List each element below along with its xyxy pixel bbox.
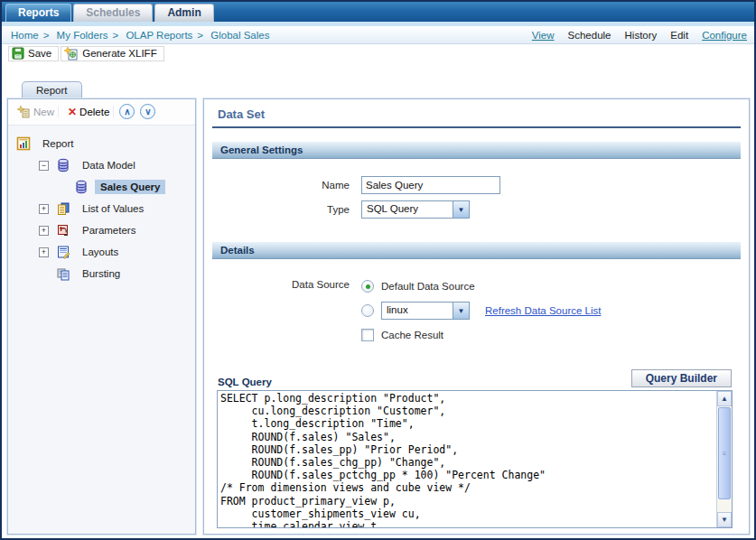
type-select[interactable]: SQL Query ▼ (361, 200, 470, 219)
thumb-grip-icon: ≡ (723, 450, 727, 458)
type-label: Type (212, 204, 350, 215)
tree-item-report[interactable]: Report (8, 133, 195, 154)
default-data-source-label: Default Data Source (381, 281, 475, 292)
tab-schedules[interactable]: Schedules (73, 4, 153, 22)
expand-expander-icon[interactable]: + (39, 204, 49, 214)
default-data-source-radio[interactable] (361, 280, 374, 293)
collapse-expander-icon[interactable]: − (39, 161, 49, 171)
tree-item-parameters[interactable]: + Parameters (8, 219, 195, 241)
breadcrumb-bar: Home> My Folders> OLAP Reports> Global S… (2, 26, 754, 44)
dropdown-arrow-icon: ▼ (453, 201, 469, 218)
cache-result-checkbox[interactable] (361, 329, 374, 341)
type-select-value: SQL Query (362, 201, 453, 218)
save-button[interactable]: Save (8, 46, 59, 61)
new-sparkle-icon (17, 106, 31, 118)
data-set-panel: Data Set General Settings Name Type SQL … (203, 98, 750, 535)
tree-item-bursting[interactable]: Bursting (8, 263, 195, 284)
sql-query-header-row: SQL Query Query Builder (213, 369, 740, 387)
layouts-icon (56, 245, 70, 259)
data-source-select-value: linux (382, 303, 453, 319)
breadcrumb: Home> My Folders> OLAP Reports> Global S… (11, 30, 269, 41)
database-icon (56, 158, 70, 172)
workspace: Report New ✕ Delete ∧ ∨ (2, 61, 754, 538)
tree-item-label: Report (37, 136, 79, 151)
sql-query-label: SQL Query (213, 377, 272, 387)
refresh-data-source-link[interactable]: Refresh Data Source List (485, 305, 601, 316)
breadcrumb-separator: > (112, 30, 118, 41)
scrollbar-thumb[interactable]: ≡ (718, 407, 731, 499)
tree-item-list-of-values[interactable]: + List of Values (8, 198, 195, 219)
report-tree: Report − Data Model (8, 126, 195, 284)
cache-result-label: Cache Result (381, 330, 443, 340)
panels: New ✕ Delete ∧ ∨ Report (2, 98, 754, 538)
sql-scrollbar[interactable]: ▲ ≡ ▼ (716, 391, 732, 527)
app-toolbar: Save Generate XLIFF (2, 44, 754, 61)
general-settings-header: General Settings (212, 141, 741, 159)
breadcrumb-separator: > (197, 30, 203, 41)
tab-admin[interactable]: Admin (154, 4, 213, 22)
data-set-title: Data Set (212, 106, 741, 128)
breadcrumb-my-folders[interactable]: My Folders (57, 30, 108, 41)
scrollbar-track[interactable]: ≡ (717, 406, 732, 512)
view-link[interactable]: View (532, 30, 555, 41)
bursting-icon (56, 266, 70, 281)
query-builder-button[interactable]: Query Builder (631, 369, 732, 387)
tree-item-label: Layouts (77, 245, 124, 259)
breadcrumb-separator: > (43, 30, 50, 41)
data-source-label: Data Source (212, 276, 350, 290)
sql-query-editor[interactable]: SELECT p.long_description "Product", cu.… (217, 390, 733, 528)
tree-toolbar: New ✕ Delete ∧ ∨ (8, 99, 195, 126)
tree-item-layouts[interactable]: + Layouts (8, 241, 195, 263)
tree-item-label: Bursting (77, 266, 126, 281)
save-label: Save (28, 48, 51, 59)
configure-link[interactable]: Configure (702, 30, 747, 41)
chevron-down-icon: ▼ (721, 516, 728, 524)
parameters-icon (56, 223, 70, 237)
report-icon (16, 136, 31, 151)
list-of-values-icon (56, 201, 70, 216)
tree-item-label-selected: Sales Query (95, 180, 165, 194)
new-label: New (33, 107, 54, 117)
database-icon (74, 180, 89, 194)
delete-label: Delete (79, 107, 109, 117)
chevron-up-icon: ∧ (124, 107, 130, 116)
generate-xliff-button[interactable]: Generate XLIFF (61, 46, 163, 61)
details-header: Details (212, 241, 741, 259)
top-tab-bar: Reports Schedules Admin (2, 2, 754, 22)
delete-button[interactable]: ✕ Delete (64, 106, 114, 118)
generate-xliff-label: Generate XLIFF (82, 48, 156, 59)
expand-expander-icon[interactable]: + (39, 226, 49, 236)
tab-report[interactable]: Report (22, 81, 82, 98)
name-label: Name (212, 180, 350, 191)
edit-link[interactable]: Edit (670, 30, 688, 41)
tab-reports[interactable]: Reports (5, 4, 71, 22)
schedule-link[interactable]: Schedule (568, 30, 611, 41)
move-down-button[interactable]: ∨ (140, 104, 155, 119)
dropdown-arrow-icon: ▼ (453, 303, 469, 319)
breadcrumb-home[interactable]: Home (11, 30, 39, 41)
breadcrumb-olap-reports[interactable]: OLAP Reports (126, 30, 192, 41)
chevron-down-icon: ∨ (145, 107, 151, 116)
header-actions: View Schedule History Edit Configure (532, 30, 747, 41)
scroll-up-button[interactable]: ▲ (717, 391, 732, 406)
name-input[interactable] (361, 176, 500, 194)
scroll-down-button[interactable]: ▼ (717, 512, 732, 527)
generate-xliff-icon (64, 47, 79, 61)
history-link[interactable]: History (625, 30, 658, 41)
tree-item-label: List of Values (77, 201, 149, 216)
chevron-up-icon: ▲ (721, 395, 728, 403)
tree-item-data-model[interactable]: − Data Model (8, 154, 195, 176)
report-tab-row: Report (2, 61, 754, 98)
custom-data-source-radio[interactable] (361, 304, 374, 317)
tree-item-label: Parameters (77, 223, 141, 237)
save-floppy-icon (12, 47, 24, 60)
breadcrumb-global-sales[interactable]: Global Sales (210, 30, 269, 41)
bi-publisher-window: Reports Schedules Admin Home> My Folders… (0, 0, 756, 540)
data-source-select[interactable]: linux ▼ (381, 302, 470, 320)
move-up-button[interactable]: ∧ (119, 104, 135, 119)
tree-item-sales-query[interactable]: Sales Query (8, 176, 195, 198)
new-button[interactable]: New (14, 106, 59, 118)
sql-query-text[interactable]: SELECT p.long_description "Product", cu.… (218, 391, 716, 527)
expand-expander-icon[interactable]: + (39, 247, 49, 257)
tree-item-label: Data Model (77, 158, 141, 172)
